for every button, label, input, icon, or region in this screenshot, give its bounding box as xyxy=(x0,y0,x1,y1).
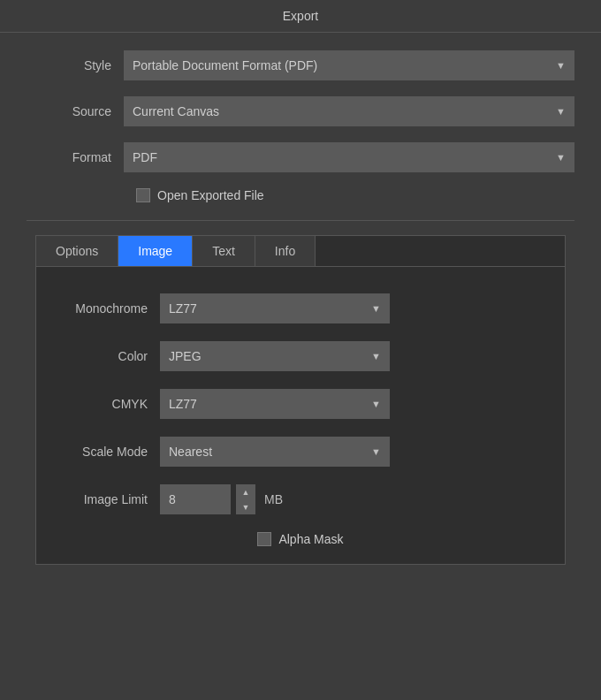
style-select-wrapper: Portable Document Format (PDF) PNG JPEG … xyxy=(124,50,574,80)
tab-options[interactable]: Options xyxy=(36,236,118,266)
monochrome-label: Monochrome xyxy=(54,301,160,316)
cmyk-select-wrapper: LZ77 JPEG None xyxy=(160,389,390,419)
format-row: Format PDF PNG JPEG xyxy=(27,142,574,172)
open-exported-checkbox[interactable] xyxy=(136,188,150,202)
scale-mode-row: Scale Mode Nearest Bilinear Bicubic xyxy=(54,437,547,467)
tab-info[interactable]: Info xyxy=(255,236,316,266)
tab-image[interactable]: Image xyxy=(118,236,193,266)
divider xyxy=(27,220,574,221)
image-tab-content: Monochrome LZ77 JPEG None Color JPEG LZ7… xyxy=(36,267,565,564)
style-select[interactable]: Portable Document Format (PDF) PNG JPEG … xyxy=(124,50,574,80)
source-label: Source xyxy=(27,104,124,118)
spinbox-wrapper: ▲ ▼ MB xyxy=(160,484,283,514)
spinbox-buttons: ▲ ▼ xyxy=(236,484,255,514)
format-select[interactable]: PDF PNG JPEG xyxy=(124,142,574,172)
cmyk-label: CMYK xyxy=(54,397,160,411)
title-bar: Export xyxy=(0,0,601,33)
source-select[interactable]: Current Canvas All Layers Selection xyxy=(124,96,574,126)
scale-mode-label: Scale Mode xyxy=(54,445,160,459)
image-limit-label: Image Limit xyxy=(54,492,160,506)
monochrome-row: Monochrome LZ77 JPEG None xyxy=(54,293,547,323)
alpha-mask-checkbox-wrapper[interactable]: Alpha Mask xyxy=(257,532,343,546)
image-limit-unit: MB xyxy=(261,492,283,506)
source-select-wrapper: Current Canvas All Layers Selection xyxy=(124,96,574,126)
color-select-wrapper: JPEG LZ77 None xyxy=(160,341,390,371)
spinbox-up-button[interactable]: ▲ xyxy=(236,484,255,499)
monochrome-select-wrapper: LZ77 JPEG None xyxy=(160,293,390,323)
open-exported-label: Open Exported File xyxy=(157,188,264,202)
format-label: Format xyxy=(27,150,124,164)
style-row: Style Portable Document Format (PDF) PNG… xyxy=(27,50,574,80)
open-exported-row: Open Exported File xyxy=(136,188,574,202)
image-limit-row: Image Limit ▲ ▼ MB xyxy=(54,484,547,514)
color-select[interactable]: JPEG LZ77 None xyxy=(160,341,390,371)
cmyk-row: CMYK LZ77 JPEG None xyxy=(54,389,547,419)
title-text: Export xyxy=(283,9,318,23)
main-content: Style Portable Document Format (PDF) PNG… xyxy=(0,33,601,582)
scale-mode-select-wrapper: Nearest Bilinear Bicubic xyxy=(160,437,390,467)
color-row: Color JPEG LZ77 None xyxy=(54,341,547,371)
open-exported-checkbox-wrapper[interactable]: Open Exported File xyxy=(136,188,264,202)
tab-text[interactable]: Text xyxy=(193,236,255,266)
style-label: Style xyxy=(27,58,124,72)
source-row: Source Current Canvas All Layers Selecti… xyxy=(27,96,574,126)
color-label: Color xyxy=(54,349,160,363)
alpha-mask-label: Alpha Mask xyxy=(278,532,343,546)
format-select-wrapper: PDF PNG JPEG xyxy=(124,142,574,172)
alpha-mask-checkbox[interactable] xyxy=(257,532,271,546)
monochrome-select[interactable]: LZ77 JPEG None xyxy=(160,293,390,323)
tabs-container: Options Image Text Info Monochrome LZ77 … xyxy=(35,235,566,565)
scale-mode-select[interactable]: Nearest Bilinear Bicubic xyxy=(160,437,390,467)
tabs-bar: Options Image Text Info xyxy=(36,236,565,267)
alpha-mask-row: Alpha Mask xyxy=(54,532,547,546)
cmyk-select[interactable]: LZ77 JPEG None xyxy=(160,389,390,419)
image-limit-input[interactable] xyxy=(160,484,231,514)
spinbox-down-button[interactable]: ▼ xyxy=(236,499,255,514)
